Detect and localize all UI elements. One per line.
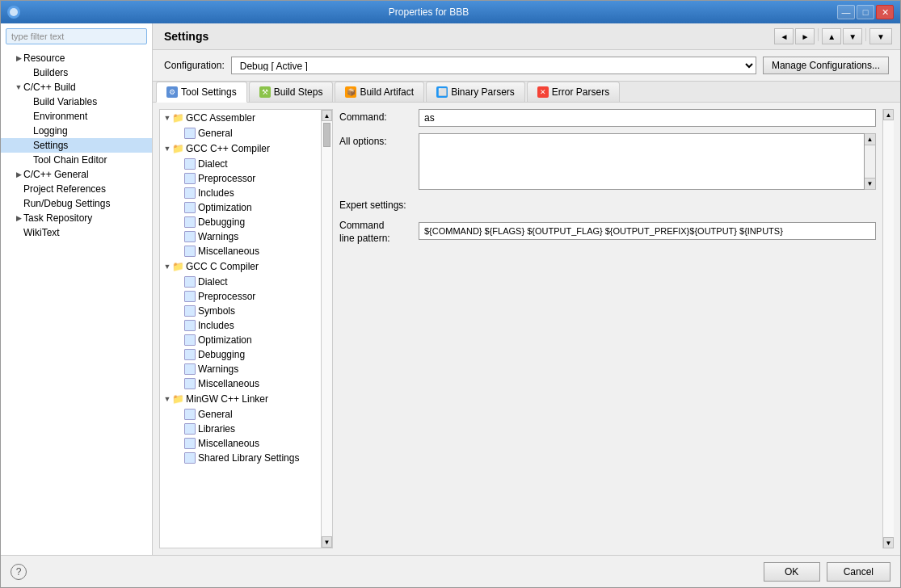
- item-icon-optimization-1: [184, 202, 196, 213]
- maximize-button[interactable]: □: [857, 5, 874, 19]
- sidebar-item-builders[interactable]: Builders: [1, 65, 152, 80]
- minimize-button[interactable]: —: [837, 5, 855, 19]
- main-scroll-down[interactable]: ▼: [883, 537, 894, 548]
- tab-build-artifact[interactable]: 📦 Build Artifact: [335, 82, 424, 102]
- tool-item-includes-2[interactable]: Includes: [160, 318, 321, 333]
- sidebar-item-wikitext[interactable]: WikiText: [1, 225, 152, 240]
- tab-label-build-artifact: Build Artifact: [360, 86, 414, 98]
- tool-item-optimization-2[interactable]: Optimization: [160, 333, 321, 347]
- scroll-up-button[interactable]: ▲: [322, 110, 332, 121]
- sidebar-label-project-references: Project References: [23, 183, 106, 195]
- tool-item-libraries[interactable]: Libraries: [160, 422, 321, 436]
- tool-item-general-2[interactable]: General: [160, 407, 321, 422]
- folder-icon-assembler: 📁: [172, 112, 184, 124]
- tool-item-gcc-c-compiler[interactable]: 📁 GCC C Compiler: [160, 258, 321, 275]
- error-parsers-icon: ✕: [537, 86, 549, 98]
- panel-body: 📁 GCC Assembler General 📁 GCC C+: [153, 103, 900, 555]
- options-scroll-up[interactable]: ▲: [865, 134, 875, 145]
- sidebar-label-c-cpp-build: C/C++ Build: [23, 82, 76, 93]
- tool-item-general-1[interactable]: General: [160, 126, 321, 141]
- sidebar-item-build-variables[interactable]: Build Variables: [1, 94, 152, 109]
- tool-item-gcc-cpp-compiler[interactable]: 📁 GCC C++ Compiler: [160, 141, 321, 157]
- sidebar-label-settings: Settings: [33, 140, 68, 151]
- command-input[interactable]: [419, 109, 876, 127]
- help-button[interactable]: ?: [11, 564, 27, 580]
- sidebar-label-run-debug: Run/Debug Settings: [23, 198, 110, 209]
- tool-item-gcc-assembler[interactable]: 📁 GCC Assembler: [160, 110, 321, 126]
- sidebar-item-task-repository[interactable]: Task Repository: [1, 211, 152, 225]
- tool-item-includes-1[interactable]: Includes: [160, 186, 321, 200]
- title-bar: Properties for BBB — □ ✕: [1, 1, 900, 23]
- ok-button[interactable]: OK: [764, 562, 820, 582]
- scroll-down-button[interactable]: ▼: [322, 536, 332, 548]
- tool-item-dialect-2[interactable]: Dialect: [160, 275, 321, 289]
- all-options-textarea[interactable]: [419, 133, 865, 190]
- sidebar: Resource Builders C/C++ Build Build Vari…: [1, 23, 153, 555]
- nav-forward-button[interactable]: ►: [795, 28, 815, 44]
- tree-scrollbar: ▲ ▼: [321, 110, 332, 548]
- filter-input[interactable]: [6, 28, 147, 44]
- tool-label-warnings-1: Warnings: [198, 231, 238, 242]
- sidebar-label-build-variables: Build Variables: [33, 96, 97, 107]
- cancel-button[interactable]: Cancel: [827, 562, 890, 582]
- sidebar-item-tool-chain-editor[interactable]: Tool Chain Editor: [1, 153, 152, 167]
- nav-menu-button[interactable]: ▼: [869, 28, 892, 44]
- sidebar-item-logging[interactable]: Logging: [1, 124, 152, 138]
- collapse-arrow-resource: [14, 53, 23, 63]
- tool-label-preprocessor-2: Preprocessor: [198, 291, 255, 302]
- tool-label-dialect-2: Dialect: [198, 276, 228, 288]
- nav-back-button[interactable]: ◄: [774, 28, 794, 44]
- tool-item-dialect-1[interactable]: Dialect: [160, 157, 321, 171]
- tool-item-miscellaneous-1[interactable]: Miscellaneous: [160, 244, 321, 258]
- sidebar-item-c-cpp-general[interactable]: C/C++ General: [1, 167, 152, 182]
- tool-item-shared-lib[interactable]: Shared Library Settings: [160, 451, 321, 465]
- tool-label-debugging-1: Debugging: [198, 216, 245, 228]
- item-icon-optimization-2: [184, 334, 196, 346]
- tool-label-symbols: Symbols: [198, 305, 235, 317]
- tool-item-miscellaneous-3[interactable]: Miscellaneous: [160, 436, 321, 451]
- tool-item-warnings-1[interactable]: Warnings: [160, 229, 321, 244]
- tab-build-steps[interactable]: ⚒ Build Steps: [249, 82, 334, 102]
- close-button[interactable]: ✕: [876, 5, 894, 19]
- tool-item-miscellaneous-2[interactable]: Miscellaneous: [160, 376, 321, 391]
- tool-item-debugging-1[interactable]: Debugging: [160, 215, 321, 229]
- cmd-line-label: Commandline pattern:: [339, 217, 412, 245]
- sidebar-item-environment[interactable]: Environment: [1, 109, 152, 124]
- item-icon-symbols: [184, 305, 196, 317]
- nav-down-button[interactable]: ▼: [843, 28, 862, 44]
- folder-icon-cpp: 📁: [172, 143, 184, 154]
- config-select[interactable]: Debug [ Active ]: [231, 57, 756, 74]
- item-icon-libraries: [184, 423, 196, 435]
- binary-parsers-icon: ⬜: [436, 86, 448, 98]
- tool-item-symbols[interactable]: Symbols: [160, 304, 321, 318]
- tool-label-optimization-2: Optimization: [198, 334, 252, 346]
- item-icon-preprocessor-2: [184, 291, 196, 302]
- options-scroll-down[interactable]: ▼: [865, 178, 875, 189]
- main-scroll-up[interactable]: ▲: [883, 109, 894, 120]
- sidebar-item-run-debug[interactable]: Run/Debug Settings: [1, 196, 152, 211]
- sidebar-item-c-cpp-build[interactable]: C/C++ Build: [1, 80, 152, 94]
- tool-item-warnings-2[interactable]: Warnings: [160, 362, 321, 376]
- tool-item-debugging-2[interactable]: Debugging: [160, 347, 321, 362]
- form-area: Command: All options: ▲ ▼: [339, 109, 876, 548]
- tab-tool-settings[interactable]: ⚙ Tool Settings: [156, 82, 247, 103]
- collapse-arrow-builders: [23, 68, 33, 78]
- cmd-line-row: Commandline pattern:: [339, 217, 876, 245]
- tool-item-mingw-linker[interactable]: 📁 MinGW C++ Linker: [160, 391, 321, 407]
- tool-item-optimization-1[interactable]: Optimization: [160, 200, 321, 215]
- sidebar-item-settings[interactable]: Settings: [1, 138, 152, 153]
- tab-error-parsers[interactable]: ✕ Error Parsers: [527, 82, 620, 102]
- tab-label-error-parsers: Error Parsers: [552, 86, 609, 98]
- all-options-label: All options:: [339, 133, 412, 147]
- item-icon-miscellaneous-1: [184, 246, 196, 257]
- manage-configurations-button[interactable]: Manage Configurations...: [763, 57, 889, 74]
- tool-item-preprocessor-1[interactable]: Preprocessor: [160, 171, 321, 186]
- tool-item-preprocessor-2[interactable]: Preprocessor: [160, 289, 321, 304]
- nav-up-button[interactable]: ▲: [822, 28, 841, 44]
- sidebar-item-resource[interactable]: Resource: [1, 51, 152, 65]
- tab-binary-parsers[interactable]: ⬜ Binary Parsers: [426, 82, 525, 102]
- sidebar-item-project-references[interactable]: Project References: [1, 182, 152, 196]
- cmd-line-input[interactable]: [419, 222, 876, 240]
- folder-icon-mingw: 📁: [172, 393, 184, 405]
- svg-point-0: [10, 8, 18, 16]
